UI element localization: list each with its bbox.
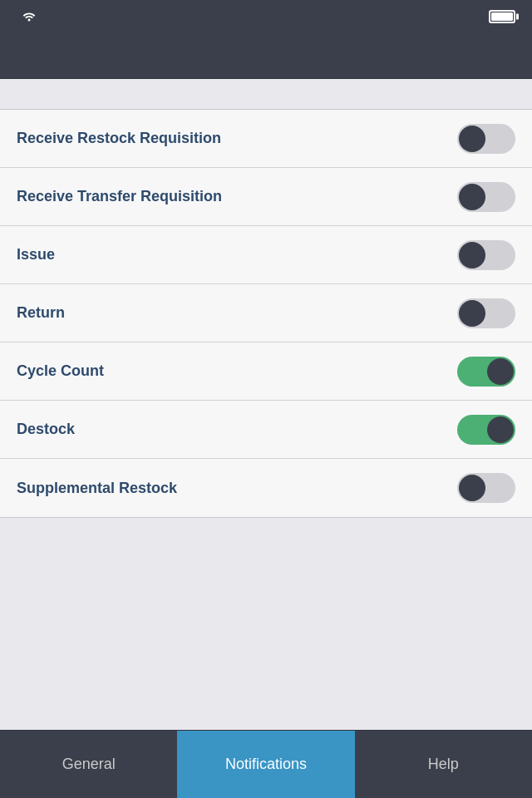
toggle-transfer-requisition[interactable]	[457, 182, 515, 212]
status-bar	[0, 0, 532, 33]
wifi-icon	[22, 10, 37, 24]
settings-row-transfer-requisition: Receive Transfer Requisition	[0, 168, 532, 226]
nav-bar	[0, 33, 532, 79]
toggle-return[interactable]	[457, 298, 515, 328]
settings-label-cycle-count: Cycle Count	[17, 362, 104, 380]
tab-help[interactable]: Help	[355, 731, 532, 798]
toggle-knob-transfer-requisition	[459, 184, 485, 210]
settings-row-supplemental-restock: Supplemental Restock	[0, 459, 532, 517]
settings-label-transfer-requisition: Receive Transfer Requisition	[17, 188, 222, 205]
battery-icon	[489, 10, 515, 23]
toggle-knob-destock	[487, 416, 514, 443]
settings-label-restock-requisition: Receive Restock Requisition	[17, 130, 221, 147]
tab-general[interactable]: General	[0, 731, 177, 798]
toggle-knob-supplemental-restock	[459, 475, 485, 501]
toggle-knob-restock-requisition	[459, 126, 485, 152]
toggle-knob-return	[459, 300, 485, 327]
settings-group: Receive Restock RequisitionReceive Trans…	[0, 109, 532, 518]
toggle-supplemental-restock[interactable]	[457, 473, 515, 503]
settings-row-restock-requisition: Receive Restock Requisition	[0, 110, 532, 168]
settings-row-cycle-count: Cycle Count	[0, 342, 532, 401]
settings-row-return: Return	[0, 284, 532, 342]
toggle-issue[interactable]	[457, 240, 515, 270]
toggle-knob-issue	[459, 242, 485, 268]
section-header	[0, 79, 532, 109]
toggle-destock[interactable]	[457, 415, 515, 445]
settings-label-return: Return	[17, 304, 65, 322]
settings-label-supplemental-restock: Supplemental Restock	[17, 480, 177, 497]
carrier-info	[17, 10, 37, 24]
settings-label-issue: Issue	[17, 246, 55, 264]
settings-row-issue: Issue	[0, 226, 532, 284]
tab-notifications[interactable]: Notifications	[177, 731, 354, 798]
toggle-knob-cycle-count	[487, 358, 514, 385]
settings-label-destock: Destock	[17, 421, 75, 438]
tab-bar: GeneralNotificationsHelp	[0, 730, 532, 798]
settings-row-destock: Destock	[0, 401, 532, 459]
toggle-restock-requisition[interactable]	[457, 124, 515, 154]
content-area: Receive Restock RequisitionReceive Trans…	[0, 79, 532, 518]
toggle-cycle-count[interactable]	[457, 357, 515, 387]
